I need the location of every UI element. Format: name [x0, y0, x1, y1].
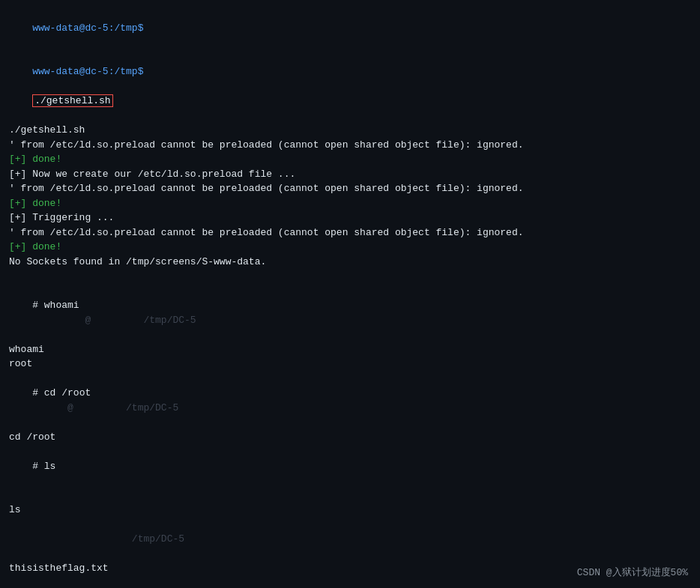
cd-output: cd /root: [9, 430, 691, 445]
output-7: [+] Triggering ...: [9, 210, 691, 225]
output-9: [+] done!: [9, 240, 691, 255]
output-8: ' from /etc/ld.so.preload cannot be prel…: [9, 225, 691, 240]
ls-path-ghost: /tmp/DC-5: [32, 533, 184, 545]
whoami-output: whoami: [9, 342, 691, 357]
command-line-1: www-data@dc-5:/tmp$ ./getshell.sh: [9, 50, 691, 124]
ls-ghost-line: /tmp/DC-5: [9, 518, 691, 562]
output-2: ' from /etc/ld.so.preload cannot be prel…: [9, 138, 691, 153]
cd-cmd-line: # cd /root @ /tmp/DC-5: [9, 372, 691, 430]
whoami-ghost: @ /tmp/DC-5: [32, 315, 196, 326]
cd-cmd: # cd /root: [32, 387, 91, 398]
terminal-window: www-data@dc-5:/tmp$ www-data@dc-5:/tmp$ …: [0, 0, 700, 588]
title-line: www-data@dc-5:/tmp$: [9, 6, 691, 50]
output-3: [+] done!: [9, 152, 691, 167]
title-prompt: www-data@dc-5:/tmp$: [32, 22, 143, 34]
ls-output: ls: [9, 503, 691, 518]
output-4: [+] Now we create our /etc/ld.so.preload…: [9, 167, 691, 182]
command-getshell: ./getshell.sh: [32, 94, 112, 107]
output-1: ./getshell.sh: [9, 123, 691, 138]
ls-cmd-line: # ls: [9, 444, 691, 503]
output-10: No Sockets found in /tmp/screens/S-www-d…: [9, 255, 691, 270]
ls-cmd: # ls: [32, 461, 55, 472]
cd-ghost: @ /tmp/DC-5: [32, 402, 178, 413]
root-output: root: [9, 357, 691, 372]
prompt-1: www-data@dc-5:/tmp$: [32, 66, 143, 77]
output-6: [+] done!: [9, 196, 691, 211]
whoami-cmd-line: # whoami @ /tmp/DC-5: [9, 284, 691, 342]
whoami-cmd: # whoami: [32, 300, 79, 311]
output-5: ' from /etc/ld.so.preload cannot be prel…: [9, 181, 691, 196]
watermark: CSDN @入狱计划进度50%: [577, 566, 688, 579]
blank-1: [9, 269, 691, 284]
